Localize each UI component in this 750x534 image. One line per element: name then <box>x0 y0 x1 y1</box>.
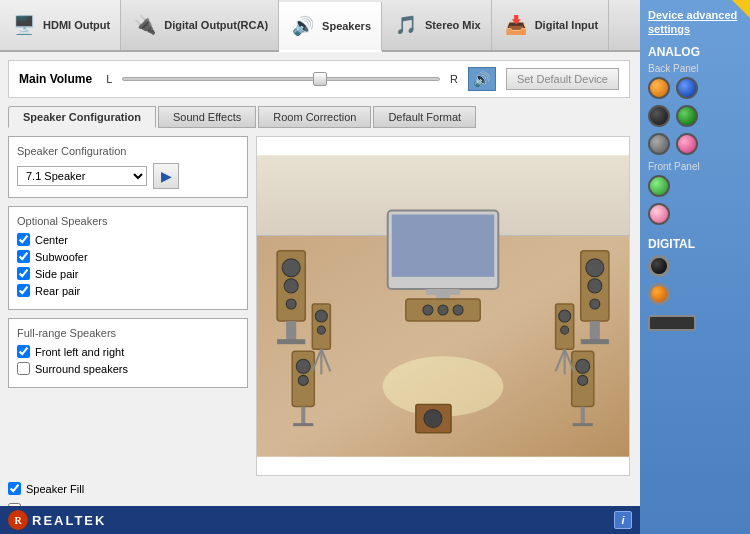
digital-row-2 <box>648 283 742 305</box>
digital-row-1 <box>648 255 742 277</box>
speakers-icon: 🔊 <box>289 12 317 40</box>
svg-point-32 <box>438 305 448 315</box>
hdmi-port-bar[interactable] <box>648 315 696 331</box>
tab-digital-rca-label: Digital Output(RCA) <box>164 19 268 31</box>
speaker-config-row: 7.1 Speaker 5.1 Speaker Quadraphonic Ste… <box>17 163 239 189</box>
svg-point-26 <box>576 359 590 373</box>
speaker-config-box-title: Speaker Configuration <box>17 145 239 157</box>
tab-hdmi[interactable]: 🖥️ HDMI Output <box>0 0 121 50</box>
realtek-brand-label: REALTEK <box>32 513 106 528</box>
jack-gray-1[interactable] <box>648 133 670 155</box>
svg-point-31 <box>423 305 433 315</box>
checkbox-front-lr-input[interactable] <box>17 345 30 358</box>
tab-digital-rca[interactable]: 🔌 Digital Output(RCA) <box>121 0 279 50</box>
back-panel-row-2 <box>648 105 742 127</box>
checkbox-center-input[interactable] <box>17 233 30 246</box>
content-tabs: Speaker Configuration Sound Effects Room… <box>8 106 630 128</box>
svg-point-21 <box>296 359 310 373</box>
checkbox-front-lr-label: Front left and right <box>35 346 124 358</box>
checkbox-side-pair-label: Side pair <box>35 268 78 280</box>
set-default-device-button[interactable]: Set Default Device <box>506 68 619 90</box>
checkbox-speaker-fill-label: Speaker Fill <box>26 483 84 495</box>
checkbox-surround: Surround speakers <box>17 362 239 375</box>
speaker-test-play-button[interactable]: ▶ <box>153 163 179 189</box>
right-sidebar: Device advanced settings ANALOG Back Pan… <box>640 0 750 534</box>
tab-digital-input[interactable]: 📥 Digital Input <box>492 0 610 50</box>
volume-section-label: Main Volume <box>19 72 92 86</box>
tab-digital-input-label: Digital Input <box>535 19 599 31</box>
content-area: Speaker Configuration 7.1 Speaker 5.1 Sp… <box>8 136 630 476</box>
tab-stereo-mix[interactable]: 🎵 Stereo Mix <box>382 0 492 50</box>
checkbox-subwoofer-label: Subwoofer <box>35 251 88 263</box>
tab-sound-effects[interactable]: Sound Effects <box>158 106 256 128</box>
optional-speakers-title: Optional Speakers <box>17 215 239 227</box>
svg-point-44 <box>561 326 569 334</box>
svg-rect-18 <box>590 321 600 341</box>
volume-slider-track[interactable] <box>122 77 440 81</box>
checkbox-speaker-fill-input[interactable] <box>8 482 21 495</box>
jack-green-2[interactable] <box>648 175 670 197</box>
tab-speakers-label: Speakers <box>322 20 371 32</box>
checkbox-rear-pair: Rear pair <box>17 284 239 297</box>
hdmi-icon: 🖥️ <box>10 11 38 39</box>
jack-black-1[interactable] <box>648 105 670 127</box>
front-panel-row-1 <box>648 175 742 197</box>
svg-rect-6 <box>426 289 460 295</box>
svg-point-17 <box>590 299 600 309</box>
digital-rca-icon: 🔌 <box>131 11 159 39</box>
checkbox-side-pair-input[interactable] <box>17 267 30 280</box>
back-panel-row-1 <box>648 77 742 99</box>
realtek-logo: R REALTEK <box>8 510 106 530</box>
volume-slider-thumb[interactable] <box>313 72 327 86</box>
front-panel-label: Front Panel <box>648 161 742 172</box>
svg-point-43 <box>559 310 571 322</box>
checkbox-center: Center <box>17 233 239 246</box>
checkbox-surround-input[interactable] <box>17 362 30 375</box>
bottom-bar: R REALTEK i <box>0 506 640 534</box>
svg-rect-5 <box>392 215 495 277</box>
vol-r-label: R <box>450 73 458 85</box>
info-button[interactable]: i <box>614 511 632 529</box>
realtek-icon: R <box>8 510 28 530</box>
volume-icon-button[interactable]: 🔊 <box>468 67 496 91</box>
full-range-speakers-box: Full-range Speakers Front left and right… <box>8 318 248 388</box>
tab-speakers[interactable]: 🔊 Speakers <box>279 2 382 52</box>
jack-digital-orange[interactable] <box>648 283 670 305</box>
jack-pink-1[interactable] <box>676 133 698 155</box>
jack-blue-1[interactable] <box>676 77 698 99</box>
checkbox-surround-label: Surround speakers <box>35 363 128 375</box>
top-navigation: 🖥️ HDMI Output 🔌 Digital Output(RCA) 🔊 S… <box>0 0 750 52</box>
analog-label: ANALOG <box>648 45 742 59</box>
svg-point-22 <box>298 375 308 385</box>
checkbox-speaker-fill: Speaker Fill <box>8 482 630 495</box>
tab-default-format[interactable]: Default Format <box>373 106 476 128</box>
svg-point-38 <box>317 326 325 334</box>
digital-input-icon: 📥 <box>502 11 530 39</box>
jack-green-1[interactable] <box>676 105 698 127</box>
yellow-corner-decoration <box>732 0 750 18</box>
tab-stereo-mix-label: Stereo Mix <box>425 19 481 31</box>
checkbox-rear-pair-input[interactable] <box>17 284 30 297</box>
checkbox-center-label: Center <box>35 234 68 246</box>
digital-row-3 <box>648 311 742 331</box>
stereo-mix-icon: 🎵 <box>392 11 420 39</box>
front-panel-row-2 <box>648 203 742 225</box>
speaker-diagram-svg <box>257 137 629 475</box>
checkbox-side-pair: Side pair <box>17 267 239 280</box>
tab-room-correction[interactable]: Room Correction <box>258 106 371 128</box>
jack-pink-2[interactable] <box>648 203 670 225</box>
jack-digital-black[interactable] <box>648 255 670 277</box>
volume-section: Main Volume L R 🔊 Set Default Device <box>8 60 630 98</box>
checkbox-subwoofer-input[interactable] <box>17 250 30 263</box>
svg-point-16 <box>588 279 602 293</box>
digital-label: DIGITAL <box>648 237 742 251</box>
device-advanced-settings-link[interactable]: Device advanced settings <box>648 8 742 37</box>
full-range-speakers-title: Full-range Speakers <box>17 327 239 339</box>
tab-speaker-configuration[interactable]: Speaker Configuration <box>8 106 156 128</box>
svg-rect-12 <box>286 321 296 341</box>
svg-rect-13 <box>277 339 305 344</box>
checkbox-front-lr: Front left and right <box>17 345 239 358</box>
jack-orange-1[interactable] <box>648 77 670 99</box>
speaker-config-select[interactable]: 7.1 Speaker 5.1 Speaker Quadraphonic Ste… <box>17 166 147 186</box>
svg-point-27 <box>578 375 588 385</box>
